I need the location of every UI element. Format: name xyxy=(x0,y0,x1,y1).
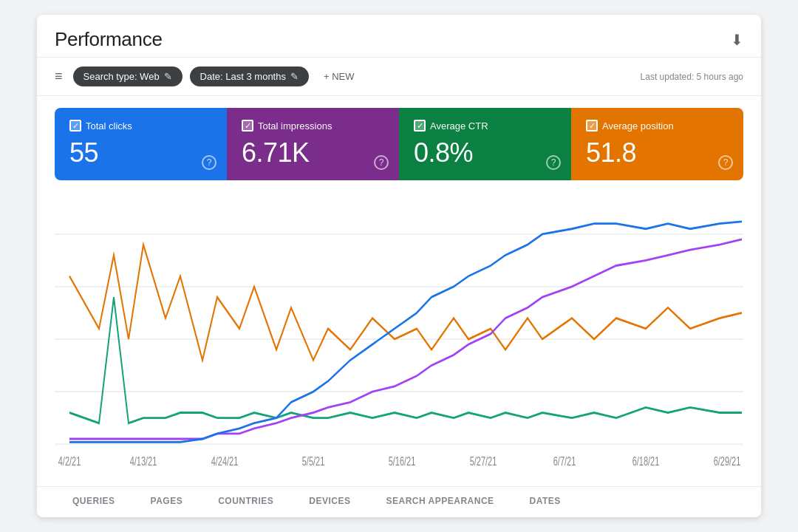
metric-help-icon[interactable]: ? xyxy=(202,155,216,170)
svg-text:4/13/21: 4/13/21 xyxy=(130,455,157,468)
svg-text:5/27/21: 5/27/21 xyxy=(470,455,497,468)
metric-help-icon[interactable]: ? xyxy=(718,155,733,170)
svg-text:4/24/21: 4/24/21 xyxy=(211,455,239,468)
metric-checkbox[interactable] xyxy=(242,120,253,132)
tab-countries[interactable]: COUNTRIES xyxy=(200,487,291,517)
chart-area: 4/2/21 4/13/21 4/24/21 5/5/21 5/16/21 5/… xyxy=(55,192,743,486)
metric-checkbox[interactable] xyxy=(69,120,81,132)
tab-dates[interactable]: DATES xyxy=(512,487,579,517)
tabs-row: QUERIESPAGESCOUNTRIESDEVICESSEARCH APPEA… xyxy=(37,486,761,517)
metric-label: Total impressions xyxy=(242,120,384,132)
svg-text:6/7/21: 6/7/21 xyxy=(553,455,576,468)
tab-search-appearance[interactable]: SEARCH APPEARANCE xyxy=(369,487,512,517)
tab-pages[interactable]: PAGES xyxy=(133,487,201,517)
svg-text:5/16/21: 5/16/21 xyxy=(389,455,416,468)
tab-queries[interactable]: QUERIES xyxy=(55,487,133,517)
metric-label: Average CTR xyxy=(414,120,556,132)
metric-checkbox[interactable] xyxy=(414,120,426,132)
last-updated-text: Last updated: 5 hours ago xyxy=(641,72,743,82)
search-type-label: Search type: Web xyxy=(83,71,160,82)
metric-help-icon[interactable]: ? xyxy=(546,155,561,170)
metrics-row: Total clicks 55 ? Total impressions 6.71… xyxy=(55,108,743,180)
tab-devices[interactable]: DEVICES xyxy=(291,487,368,517)
new-button[interactable]: + NEW xyxy=(316,66,362,86)
download-icon[interactable]: ⬇ xyxy=(731,31,743,49)
edit-date-icon: ✎ xyxy=(290,71,299,82)
performance-chart: 4/2/21 4/13/21 4/24/21 5/5/21 5/16/21 5/… xyxy=(55,192,743,486)
date-chip[interactable]: Date: Last 3 months ✎ xyxy=(190,66,309,86)
metric-card-total-impressions[interactable]: Total impressions 6.71K ? xyxy=(227,108,399,180)
metric-help-icon[interactable]: ? xyxy=(374,155,389,170)
metric-value: 0.8% xyxy=(414,137,556,168)
metric-card-average-ctr[interactable]: Average CTR 0.8% ? xyxy=(399,108,571,180)
svg-text:6/18/21: 6/18/21 xyxy=(632,455,660,468)
main-screen: Performance ⬇ ≡ Search type: Web ✎ Date:… xyxy=(37,15,761,517)
metric-value: 55 xyxy=(69,137,212,168)
edit-search-type-icon: ✎ xyxy=(164,71,172,82)
metric-label: Total clicks xyxy=(69,120,212,132)
date-label: Date: Last 3 months xyxy=(200,71,286,82)
svg-text:5/5/21: 5/5/21 xyxy=(302,455,325,468)
metric-name: Total impressions xyxy=(258,120,332,132)
page-title: Performance xyxy=(55,28,163,51)
metric-value: 6.71K xyxy=(242,137,384,168)
metric-checkbox[interactable] xyxy=(586,120,598,132)
svg-text:6/29/21: 6/29/21 xyxy=(714,455,741,468)
metric-card-average-position[interactable]: Average position 51.8 ? xyxy=(571,108,743,180)
metric-card-total-clicks[interactable]: Total clicks 55 ? xyxy=(55,108,227,180)
svg-text:4/2/21: 4/2/21 xyxy=(58,455,81,468)
toolbar: ≡ Search type: Web ✎ Date: Last 3 months… xyxy=(37,58,761,96)
metric-name: Total clicks xyxy=(86,120,132,132)
search-type-chip[interactable]: Search type: Web ✎ xyxy=(73,66,183,86)
page-header: Performance ⬇ xyxy=(37,15,761,58)
metric-label: Average position xyxy=(586,120,729,132)
filter-icon[interactable]: ≡ xyxy=(55,69,63,84)
metric-name: Average position xyxy=(602,120,674,132)
metric-value: 51.8 xyxy=(586,137,729,168)
metric-name: Average CTR xyxy=(430,120,488,132)
